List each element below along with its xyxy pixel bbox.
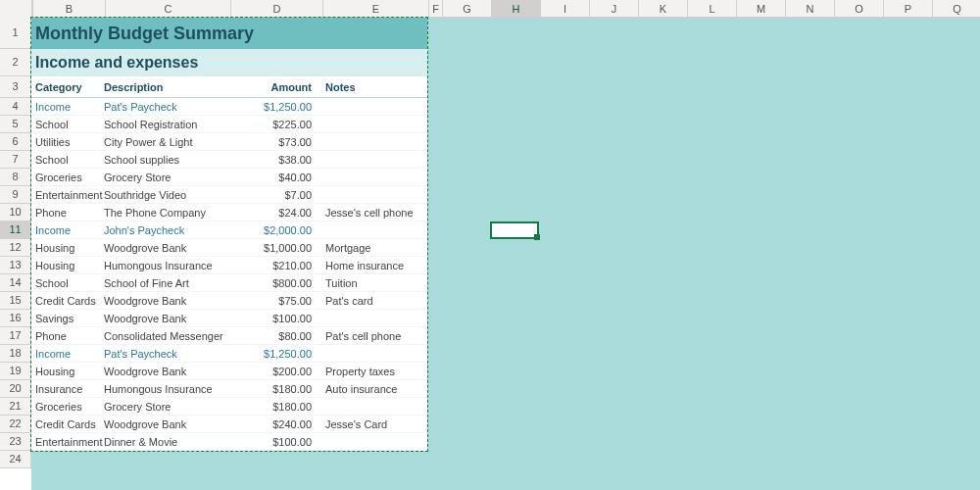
row-header-24[interactable]: 24 [0, 451, 31, 468]
subtitle-row[interactable]: Income and expenses [31, 49, 427, 76]
row-header-1[interactable]: 1 [0, 18, 31, 49]
table-row[interactable]: IncomeJohn's Paycheck$2,000.00 [31, 221, 427, 239]
title-row[interactable]: Monthly Budget Summary [31, 18, 427, 49]
cell-category: Entertainment [31, 436, 104, 448]
table-row[interactable]: HousingWoodgrove Bank$1,000.00Mortgage [31, 239, 427, 257]
column-header-I[interactable]: I [541, 0, 590, 18]
spreadsheet-viewport[interactable]: BCDEFGHIJKLMNOPQR 1234567891011121314151… [0, 0, 980, 490]
cell-category: Credit Cards [31, 295, 104, 307]
cell-description: Woodgrove Bank [104, 242, 229, 254]
table-row[interactable]: EntertainmentSouthridge Video$7.00 [31, 186, 427, 204]
cell-category: Income [31, 348, 104, 360]
cell-amount: $180.00 [229, 383, 321, 395]
row-header-17[interactable]: 17 [0, 327, 31, 345]
table-row[interactable]: PhoneThe Phone Company$24.00Jesse's cell… [31, 204, 427, 221]
row-header-22[interactable]: 22 [0, 416, 31, 433]
column-header-Q[interactable]: Q [933, 0, 980, 18]
table-row[interactable]: GroceriesGrocery Store$180.00 [31, 398, 427, 416]
row-header-16[interactable]: 16 [0, 310, 31, 327]
table-row[interactable]: InsuranceHumongous Insurance$180.00Auto … [31, 380, 427, 398]
table-row[interactable]: SavingsWoodgrove Bank$100.00 [31, 310, 427, 327]
table-row[interactable]: HousingWoodgrove Bank$200.00Property tax… [31, 363, 427, 380]
header-amount: Amount [229, 81, 321, 93]
cell-description: Pat's Paycheck [104, 101, 229, 113]
cell-notes: Mortgage [321, 242, 427, 254]
column-header-B[interactable]: B [33, 0, 106, 18]
column-header-H[interactable]: H [492, 0, 541, 18]
row-header-11[interactable]: 11 [0, 221, 31, 239]
table-row[interactable]: EntertainmentDinner & Movie$100.00 [31, 433, 427, 451]
column-header-P[interactable]: P [884, 0, 933, 18]
cell-notes: Jesse's cell phone [321, 207, 427, 219]
cell-category: Housing [31, 260, 104, 271]
cell-grid[interactable]: Monthly Budget Summary Income and expens… [31, 18, 980, 490]
cell-description: Southridge Video [104, 189, 229, 201]
cell-amount: $38.00 [229, 154, 321, 166]
header-category: Category [31, 81, 104, 93]
cell-description: School supplies [104, 154, 229, 166]
table-row[interactable]: Credit CardsWoodgrove Bank$75.00Pat's ca… [31, 292, 427, 310]
row-header-18[interactable]: 18 [0, 345, 31, 363]
table-row[interactable]: PhoneConsolidated Messenger$80.00Pat's c… [31, 327, 427, 345]
cell-description: Grocery Store [104, 401, 229, 413]
table-row[interactable]: Credit CardsWoodgrove Bank$240.00Jesse's… [31, 416, 427, 433]
column-header-O[interactable]: O [835, 0, 884, 18]
row-header-12[interactable]: 12 [0, 239, 31, 257]
row-header-6[interactable]: 6 [0, 133, 31, 151]
cell-category: School [31, 277, 104, 289]
table-row[interactable]: IncomePat's Paycheck$1,250.00 [31, 345, 427, 363]
table-row[interactable]: IncomePat's Paycheck$1,250.00 [31, 98, 427, 116]
table-row[interactable]: GroceriesGrocery Store$40.00 [31, 169, 427, 186]
row-header-4[interactable]: 4 [0, 98, 31, 116]
column-header-K[interactable]: K [639, 0, 688, 18]
column-header-M[interactable]: M [737, 0, 786, 18]
row-header-7[interactable]: 7 [0, 151, 31, 169]
row-header-5[interactable]: 5 [0, 116, 31, 133]
cell-category: Housing [31, 242, 104, 254]
row-header-19[interactable]: 19 [0, 363, 31, 380]
column-header-F[interactable]: F [429, 0, 443, 18]
cell-amount: $40.00 [229, 172, 321, 183]
section-title: Income and expenses [35, 54, 198, 72]
row-header-14[interactable]: 14 [0, 274, 31, 292]
row-headers: 123456789101112131415161718192021222324 [0, 18, 31, 468]
table-row[interactable]: SchoolSchool of Fine Art$800.00Tuition [31, 274, 427, 292]
column-header-J[interactable]: J [590, 0, 639, 18]
cell-category: Phone [31, 207, 104, 219]
cell-amount: $800.00 [229, 277, 321, 289]
page-title: Monthly Budget Summary [35, 24, 254, 44]
row-header-8[interactable]: 8 [0, 169, 31, 186]
cell-category: School [31, 154, 104, 166]
table-row[interactable]: HousingHumongous Insurance$210.00Home in… [31, 257, 427, 274]
row-header-21[interactable]: 21 [0, 398, 31, 416]
column-header-D[interactable]: D [231, 0, 323, 18]
row-header-2[interactable]: 2 [0, 49, 31, 76]
row-header-23[interactable]: 23 [0, 433, 31, 451]
fill-handle[interactable] [534, 234, 540, 240]
cell-description: City Power & Light [104, 136, 229, 148]
budget-panel: Monthly Budget Summary Income and expens… [31, 18, 427, 451]
cell-category: Savings [31, 313, 104, 324]
table-row[interactable]: SchoolSchool supplies$38.00 [31, 151, 427, 169]
table-row[interactable]: SchoolSchool Registration$225.00 [31, 116, 427, 133]
column-header-C[interactable]: C [106, 0, 231, 18]
cell-amount: $2,000.00 [229, 224, 321, 236]
cell-category: Phone [31, 330, 104, 342]
table-header-row[interactable]: Category Description Amount Notes [31, 76, 427, 98]
cell-notes: Auto insurance [321, 383, 427, 395]
cell-description: School Registration [104, 119, 229, 130]
row-header-13[interactable]: 13 [0, 257, 31, 274]
row-header-20[interactable]: 20 [0, 380, 31, 398]
select-all-corner[interactable] [0, 0, 32, 19]
budget-table: Category Description Amount Notes Income… [31, 76, 427, 451]
row-header-9[interactable]: 9 [0, 186, 31, 204]
table-row[interactable]: UtilitiesCity Power & Light$73.00 [31, 133, 427, 151]
column-header-G[interactable]: G [443, 0, 492, 18]
column-header-N[interactable]: N [786, 0, 835, 18]
column-header-L[interactable]: L [688, 0, 737, 18]
row-header-3[interactable]: 3 [0, 76, 31, 98]
row-header-10[interactable]: 10 [0, 204, 31, 221]
row-header-15[interactable]: 15 [0, 292, 31, 310]
column-header-E[interactable]: E [323, 0, 429, 18]
cell-category: School [31, 119, 104, 130]
